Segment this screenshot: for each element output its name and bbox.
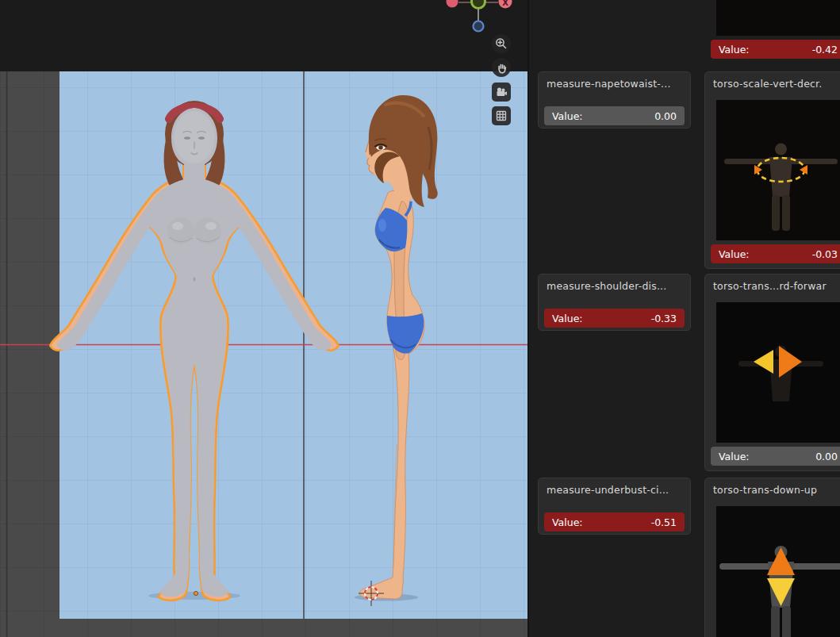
property-panel: measure-shoulder-dis... Value: -0.33 <box>538 274 691 331</box>
camera-icon <box>494 85 508 99</box>
slider-label: Value: <box>719 44 750 56</box>
axis-ball-blue[interactable] <box>474 21 484 32</box>
slider-label: Value: <box>719 248 750 260</box>
torso-translate-down-up-preview-thumbnail <box>716 506 840 637</box>
slider-value: -0.42 <box>812 44 838 56</box>
value-slider[interactable]: Value: -0.03 <box>711 244 840 263</box>
grid-ortho-button[interactable] <box>492 106 511 125</box>
zoom-icon <box>494 36 508 51</box>
slider-value: 0.00 <box>815 451 838 462</box>
object-origin-dot <box>194 592 198 596</box>
grid-ortho-icon <box>494 109 508 123</box>
slider-label: Value: <box>719 451 750 462</box>
axis-ball-green[interactable] <box>472 0 485 9</box>
property-panel: torso-trans-down-up <box>704 478 840 637</box>
slider-value: -0.51 <box>651 516 677 528</box>
screen: X <box>0 0 840 637</box>
viewport-top-area <box>0 0 527 71</box>
pan-hand-icon <box>494 60 508 75</box>
torso-scale-preview-thumbnail <box>716 100 840 240</box>
3d-viewport[interactable]: X <box>0 0 527 637</box>
value-slider[interactable]: Value: -0.33 <box>544 309 685 328</box>
slider-value: -0.03 <box>812 248 838 260</box>
value-slider[interactable]: Value: 0.00 <box>544 106 685 125</box>
property-name-label: measure-napetowaist-... <box>547 78 686 90</box>
property-name-label: measure-shoulder-dis... <box>547 280 686 293</box>
property-name-label: torso-scale-vert-decr. <box>713 78 840 90</box>
slider-label: Value: <box>552 313 583 324</box>
slider-label: Value: <box>552 110 583 122</box>
axis-x-label: X <box>502 0 508 7</box>
viewport-divider <box>527 0 529 637</box>
camera-view-button[interactable] <box>492 83 511 102</box>
pan-button[interactable] <box>492 58 511 77</box>
preview-thumbnail-partial <box>716 0 840 36</box>
property-name-label: torso-trans-down-up <box>713 484 840 497</box>
value-slider[interactable]: Value: 0.00 <box>711 447 840 466</box>
property-panel: torso-trans...rd-forwar Value: 0.00 <box>704 274 840 471</box>
value-slider[interactable]: Value: -0.42 <box>711 40 840 59</box>
property-name-label: torso-trans...rd-forwar <box>713 280 840 293</box>
property-panel: measure-underbust-ci... Value: -0.51 <box>538 478 691 535</box>
zoom-button[interactable] <box>492 34 511 53</box>
property-panel: torso-scale-vert-decr. Value: -0.03 <box>704 71 840 269</box>
torso-translate-forward-preview-thumbnail <box>716 302 840 443</box>
slider-value: -0.33 <box>651 313 677 324</box>
property-panel: measure-napetowaist-... Value: 0.00 <box>538 71 691 129</box>
slider-label: Value: <box>552 516 583 528</box>
viewport-scene: X <box>0 0 527 637</box>
property-name-label: measure-underbust-ci... <box>547 484 686 497</box>
value-slider[interactable]: Value: -0.51 <box>544 512 685 531</box>
slider-value: 0.00 <box>654 110 677 122</box>
